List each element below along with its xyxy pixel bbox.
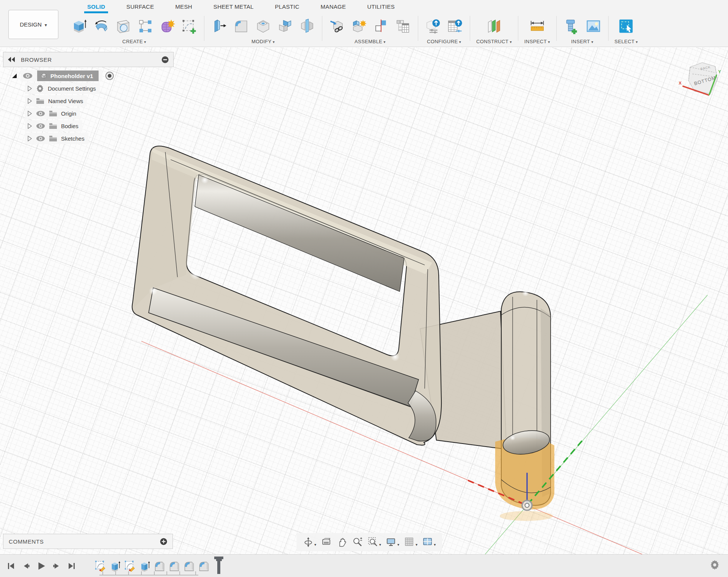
expand-corner-icon[interactable] (12, 74, 17, 78)
component-activate-radio[interactable] (105, 72, 114, 80)
press-pull-icon[interactable] (210, 17, 228, 35)
shell-icon[interactable] (254, 17, 272, 35)
timeline-playhead[interactable] (214, 557, 223, 574)
group-label-inspect[interactable]: INSPECT (524, 39, 550, 44)
add-comment-icon[interactable] (160, 538, 167, 545)
group-separator (204, 16, 204, 41)
tab-sheet-metal[interactable]: SHEET METAL (213, 2, 254, 11)
measure-icon[interactable] (529, 17, 546, 35)
timeline-settings-gear-icon[interactable] (710, 560, 720, 571)
view-cube[interactable]: BACK BOTTOM X Y (677, 59, 727, 104)
step-forward-icon[interactable] (51, 560, 62, 572)
new-sketch-icon[interactable] (180, 17, 198, 35)
expand-arrow-icon[interactable] (27, 123, 32, 129)
visibility-eye-icon[interactable] (36, 111, 45, 116)
tree-item-origin[interactable]: Origin (25, 108, 174, 119)
tab-manage[interactable]: MANAGE (320, 2, 347, 11)
parts-table-icon[interactable] (394, 17, 412, 35)
tab-solid[interactable]: SOLID (86, 2, 106, 11)
fillet-feature-icon[interactable] (169, 560, 180, 572)
chevron-down-icon[interactable] (397, 541, 399, 547)
play-icon[interactable] (36, 560, 47, 572)
group-label-create[interactable]: CREATE (122, 39, 146, 44)
tree-item-document-settings[interactable]: Document Settings (25, 83, 174, 94)
expand-arrow-icon[interactable] (27, 86, 32, 91)
tree-item-bodies[interactable]: Bodies (25, 120, 174, 132)
viewports-icon[interactable] (421, 536, 437, 549)
create-form-icon[interactable] (158, 17, 176, 35)
fillet-feature-icon[interactable] (184, 560, 195, 572)
combine-icon[interactable] (276, 17, 294, 35)
new-solid-box-icon[interactable] (71, 17, 88, 35)
tab-mesh[interactable]: MESH (174, 2, 193, 11)
tree-item-phoneholder[interactable]: Phoneholder v1 (37, 71, 99, 81)
viewport-canvas[interactable]: BACK BOTTOM X Y BROWSER (0, 47, 728, 554)
viewcube-x-label: X (679, 81, 682, 85)
go-to-start-icon[interactable] (5, 560, 17, 572)
configuration-table-icon[interactable] (446, 17, 464, 35)
chevron-down-icon[interactable] (314, 541, 316, 547)
configuration-icon[interactable] (424, 17, 442, 35)
chevron-down-icon[interactable] (416, 541, 417, 547)
go-to-end-icon[interactable] (66, 560, 77, 572)
group-label-construct[interactable]: CONSTRUCT (476, 39, 512, 44)
extrude-feature-icon[interactable] (139, 560, 151, 572)
grid-settings-icon[interactable] (403, 536, 419, 549)
pattern-icon[interactable] (136, 17, 154, 35)
sketch-feature-icon[interactable] (124, 560, 136, 572)
group-label-modify[interactable]: MODIFY (251, 39, 275, 44)
group-label-select[interactable]: SELECT (615, 39, 638, 44)
tab-surface[interactable]: SURFACE (126, 2, 155, 11)
visibility-eye-icon[interactable] (36, 123, 45, 129)
fillet-icon[interactable] (232, 17, 250, 35)
look-at-icon[interactable] (320, 536, 333, 549)
group-separator (470, 16, 470, 41)
split-body-icon[interactable] (298, 17, 316, 35)
orbit-icon[interactable] (302, 536, 317, 549)
folder-icon (49, 135, 57, 142)
pan-icon[interactable] (336, 536, 348, 549)
group-label-insert[interactable]: INSERT (571, 39, 593, 44)
group-label-assemble[interactable]: ASSEMBLE (355, 39, 386, 44)
component-cube-icon (40, 72, 47, 80)
visibility-eye-icon[interactable] (23, 73, 33, 79)
collapse-panel-icon[interactable] (8, 57, 16, 62)
step-back-icon[interactable] (20, 560, 32, 572)
hole-icon[interactable] (115, 17, 132, 35)
new-component-icon[interactable] (328, 17, 346, 35)
insert-fastener-icon[interactable] (563, 17, 580, 35)
tree-item-root[interactable]: Phoneholder v1 (3, 70, 174, 82)
chevron-down-icon[interactable] (379, 541, 381, 547)
expand-arrow-icon[interactable] (27, 98, 32, 104)
design-menu-button[interactable]: DESIGN (8, 10, 58, 39)
tab-plastic[interactable]: PLASTIC (274, 2, 300, 11)
group-label-configure[interactable]: CONFIGURE (427, 39, 461, 44)
tree-item-sketches[interactable]: Sketches (25, 133, 174, 144)
minimize-panel-icon[interactable] (162, 56, 169, 63)
revolve-icon[interactable] (93, 17, 110, 35)
fit-view-icon[interactable] (367, 536, 382, 549)
visibility-eye-icon[interactable] (36, 136, 45, 141)
tab-utilities[interactable]: UTILITIES (366, 2, 395, 11)
timeline-group-bracket (99, 572, 198, 575)
expand-arrow-icon[interactable] (27, 136, 32, 141)
joint-icon[interactable] (350, 17, 368, 35)
fillet-feature-icon[interactable] (154, 560, 165, 572)
group-separator (322, 16, 322, 41)
chevron-down-icon[interactable] (434, 541, 436, 547)
insert-canvas-icon[interactable] (585, 17, 602, 35)
zoom-icon[interactable] (351, 536, 364, 549)
tree-item-named-views[interactable]: Named Views (25, 95, 174, 107)
fillet-feature-icon[interactable] (198, 560, 210, 572)
select-icon[interactable] (617, 17, 635, 35)
display-settings-icon[interactable] (385, 536, 400, 549)
sketch-feature-icon[interactable] (95, 560, 106, 572)
comments-bar[interactable]: COMMENTS (3, 534, 173, 549)
tree-item-label: Origin (61, 110, 76, 117)
group-assemble: ASSEMBLE (323, 13, 417, 46)
joint-origin-icon[interactable] (372, 17, 390, 35)
design-menu-label: DESIGN (20, 21, 42, 28)
expand-arrow-icon[interactable] (27, 111, 32, 116)
extrude-feature-icon[interactable] (110, 560, 121, 572)
construction-plane-icon[interactable] (485, 17, 503, 35)
